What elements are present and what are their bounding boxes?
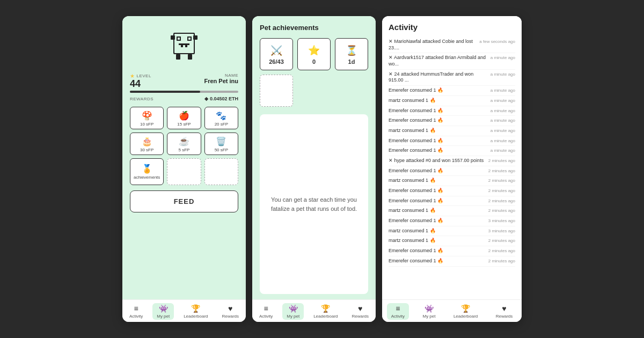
ach-item-sword[interactable]: ⚔️ 26/43: [260, 38, 293, 70]
activity-time-4: a minute ago: [491, 88, 515, 93]
svg-rect-4: [178, 38, 180, 40]
empty-box-2[interactable]: [204, 158, 238, 185]
name-label: NAME: [204, 73, 238, 78]
activity-content: Activity ✕ MarioNawfal attacked Cobie an…: [382, 16, 522, 299]
nav3-trophy-icon: 🏆: [461, 304, 470, 313]
achievements-screen-title: Pet achievements: [260, 24, 368, 32]
cake-icon: 🎂: [142, 136, 152, 146]
heart-icon: ♥: [228, 304, 232, 313]
activity-text-5: martz consumed 1 🔥: [389, 98, 488, 104]
level-number: 44: [130, 79, 151, 89]
pet-sprite: [163, 25, 206, 68]
nav3-mypet-label: My pet: [422, 314, 435, 319]
sword-icon: ⚔️: [270, 45, 282, 56]
activity-time-18: 3 minutes ago: [488, 229, 515, 233]
bottom-nav-activity: ≡ Activity 👾 My pet 🏆 Leaderboard ♥ Rewa…: [382, 299, 522, 322]
activity-time-19: 2 minutes ago: [488, 238, 515, 243]
activity-text-17: Emerefer consumed 1 🔥: [389, 218, 486, 224]
activity-item-2: ✕ Aardvark1517 attacked Brian Armibald a…: [389, 53, 515, 69]
activity-title: Activity: [389, 23, 515, 32]
nav2-mypet-label: My pet: [287, 314, 299, 319]
screen-mypet: ★ LEVEL 44 NAME Fren Pet inu REWARDS ◆ 0…: [122, 16, 246, 322]
nav-rewards[interactable]: ♥ Rewards: [217, 303, 243, 320]
nav3-rewards-label: Rewards: [496, 314, 513, 319]
nav2-rewards[interactable]: ♥ Rewards: [347, 303, 373, 320]
nav3-heart-icon: ♥: [502, 304, 506, 313]
svg-rect-10: [193, 35, 197, 40]
ach-item-timer[interactable]: ⏳ 1d: [335, 38, 368, 70]
activity-time-5: a minute ago: [491, 98, 515, 103]
activity-time-15: 2 minutes ago: [488, 199, 515, 203]
activity-item-3: ✕ 24 attacked HummusTrader and won 915.0…: [389, 70, 515, 86]
activity-time-10: a minute ago: [491, 148, 515, 153]
nav3-leaderboard-label: Leaderboard: [453, 314, 478, 319]
nav2-mypet[interactable]: 👾 My pet: [282, 303, 304, 320]
activity-item-12: Emerefer consumed 1 🔥 2 minutes ago: [389, 166, 515, 177]
item-box-6[interactable]: 🗑️ 50 sFP: [204, 133, 238, 155]
item-label-6: 50 sFP: [215, 148, 228, 152]
activity-time-2: a minute ago: [491, 55, 515, 60]
activity-item-9: Emerefer consumed 1 🔥 a minute ago: [389, 136, 515, 146]
activity-text-16: martz consumed 1 🔥: [389, 208, 486, 214]
ach-items-grid: ⚔️ 26/43 ⭐ 0 ⏳ 1d: [260, 38, 368, 107]
ach-item-star[interactable]: ⭐ 0: [297, 38, 331, 70]
empty-box-1[interactable]: [167, 158, 201, 185]
paw-icon: 🐾: [216, 111, 226, 121]
rewards-row: REWARDS ◆ 0.04502 ETH: [130, 96, 238, 101]
nav-leaderboard[interactable]: 🏆 Leaderboard: [179, 303, 212, 320]
activity-time-6: a minute ago: [491, 108, 515, 113]
nav3-mypet[interactable]: 👾 My pet: [418, 303, 440, 320]
nav2-heart-icon: ♥: [358, 304, 362, 313]
item-box-4[interactable]: 🎂 30 sFP: [130, 133, 164, 155]
screen-achievements: Pet achievements ⚔️ 26/43 ⭐ 0 ⏳ 1d You c…: [252, 16, 376, 322]
apple-icon: 🍎: [179, 111, 189, 121]
activity-text-10: Emerefer consumed 1 🔥: [389, 148, 488, 154]
activity-time-1: a few seconds ago: [479, 39, 515, 44]
svg-rect-6: [179, 43, 189, 45]
coffee-icon: ☕: [179, 136, 189, 146]
nav2-activity-label: Activity: [259, 314, 273, 319]
nav2-leaderboard[interactable]: 🏆 Leaderboard: [309, 303, 342, 320]
nav3-pet-icon: 👾: [425, 304, 434, 313]
nav-rewards-label: Rewards: [222, 314, 239, 319]
pet-nav-icon: 👾: [159, 304, 168, 313]
item-box-1[interactable]: 🍄 10 sFP: [130, 107, 164, 129]
activity-item-4: Emerefer consumed 1 🔥 a minute ago: [389, 86, 515, 96]
screen-activity: Activity ✕ MarioNawfal attacked Cobie an…: [382, 16, 522, 322]
activity-text-6: Emerefer consumed 1 🔥: [389, 108, 488, 114]
activity-item-15: Emerefer consumed 1 🔥 2 minutes ago: [389, 196, 515, 207]
activity-item-10: Emerefer consumed 1 🔥 a minute ago: [389, 146, 515, 156]
svg-rect-9: [171, 35, 175, 40]
svg-rect-12: [188, 54, 192, 60]
item-box-2[interactable]: 🍎 15 sFP: [167, 107, 201, 129]
name-section: NAME Fren Pet inu: [204, 73, 238, 84]
item-box-5[interactable]: ☕ 5 sFP: [167, 133, 201, 155]
item-label-3: 20 sFP: [215, 122, 228, 127]
mypet-content: ★ LEVEL 44 NAME Fren Pet inu REWARDS ◆ 0…: [122, 16, 246, 299]
nav-activity[interactable]: ≡ Activity: [125, 303, 147, 320]
nav2-leaderboard-label: Leaderboard: [313, 314, 338, 319]
activity-time-16: 2 minutes ago: [488, 208, 515, 213]
pet-name: Fren Pet inu: [204, 78, 238, 84]
item-box-3[interactable]: 🐾 20 sFP: [204, 107, 238, 129]
ach-item-empty[interactable]: [260, 75, 293, 107]
activity-time-8: a minute ago: [491, 128, 515, 133]
item-label-2: 15 sFP: [177, 122, 191, 127]
activity-text-1: ✕ MarioNawfal attacked Cobie and lost 23…: [389, 39, 477, 51]
nav3-leaderboard[interactable]: 🏆 Leaderboard: [449, 303, 482, 320]
activity-text-4: Emerefer consumed 1 🔥: [389, 87, 488, 94]
feed-button[interactable]: FEED: [130, 190, 238, 212]
item-label-5: 5 sFP: [179, 148, 190, 152]
svg-rect-5: [188, 38, 191, 40]
nav-mypet[interactable]: 👾 My pet: [152, 303, 174, 320]
activity-time-21: 2 minutes ago: [488, 259, 515, 263]
nav2-activity[interactable]: ≡ Activity: [255, 303, 277, 320]
svg-rect-8: [185, 45, 187, 47]
nav3-activity[interactable]: ≡ Activity: [387, 303, 409, 320]
achievements-box[interactable]: 🏅 achievements: [130, 158, 164, 185]
ach-description-area: You can get a star each time you fataliz…: [260, 114, 368, 294]
activity-item-5: martz consumed 1 🔥 a minute ago: [389, 96, 515, 106]
activity-text-12: Emerefer consumed 1 🔥: [389, 168, 486, 174]
nav3-rewards[interactable]: ♥ Rewards: [492, 303, 517, 320]
activity-text-21: Emerefer consumed 1 🔥: [389, 258, 486, 264]
